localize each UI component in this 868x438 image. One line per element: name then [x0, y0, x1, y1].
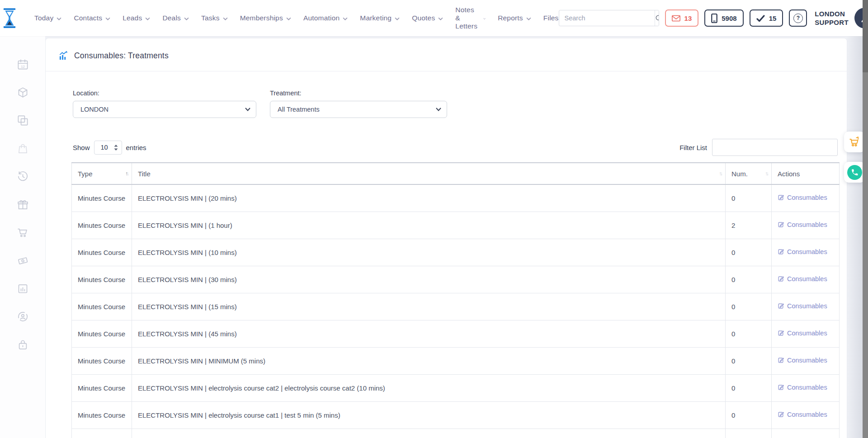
page-title: Consumables: Treatments	[74, 51, 169, 61]
cell-actions: Consumables	[772, 429, 840, 438]
nav-item-files[interactable]: Files	[543, 14, 559, 22]
consumables-action-link[interactable]: Consumables	[778, 357, 827, 364]
consumables-action-link[interactable]: Consumables	[778, 275, 827, 283]
cell-type: Minutes Course	[72, 293, 132, 320]
edit-icon	[778, 276, 784, 282]
treatment-select[interactable]: All Treatments	[270, 101, 447, 118]
table-row: Minutes Course ELECTROLYSIS MIN | electr…	[72, 374, 840, 401]
action-consumables-link-label: Consumables	[787, 221, 827, 228]
cell-type: Minutes Course	[72, 320, 132, 347]
cell-type: Minutes Course	[72, 374, 132, 401]
action-consumables-link-label: Consumables	[787, 330, 827, 337]
nav-item-memberships[interactable]: Memberships	[240, 14, 291, 22]
calls-badge[interactable]: 5908	[704, 9, 743, 27]
nav-item-tasks[interactable]: Tasks	[201, 14, 228, 22]
page-size-select[interactable]: 10	[94, 141, 122, 155]
cell-type: Minutes Course	[72, 212, 132, 239]
edit-icon	[778, 303, 784, 309]
cell-num: 0	[726, 347, 772, 374]
column-header-type[interactable]: Type ↑↓	[72, 163, 132, 184]
edit-icon	[778, 411, 784, 418]
consumables-action-link[interactable]: Consumables	[778, 384, 827, 391]
action-consumables-link-label: Consumables	[787, 248, 827, 255]
sidebar-item-pages[interactable]	[17, 114, 29, 127]
table-row: Minutes Course ELECTROLYSIS MIN | (10 mi…	[72, 239, 840, 266]
table-wrap: Type ↑↓ Title ↑↓ Num. ↑↓ Actions	[46, 162, 847, 438]
sidebar-item-security[interactable]	[17, 339, 29, 351]
messages-badge[interactable]: 13	[665, 9, 699, 27]
filter-list: Filter List	[679, 139, 838, 156]
chevron-down-icon	[395, 17, 400, 20]
nav-item-label: Tasks	[201, 14, 220, 22]
sidebar-item-products[interactable]	[17, 86, 29, 99]
calendar-12-icon: 12	[17, 58, 29, 71]
user-name-line2: SUPPORT	[815, 18, 849, 27]
entries-label: entries	[126, 144, 146, 151]
svg-text:12: 12	[21, 65, 25, 69]
edit-icon	[778, 357, 784, 363]
scrollbar[interactable]	[863, 0, 868, 438]
sidebar-item-support[interactable]	[17, 311, 29, 323]
nav-item-contacts[interactable]: Contacts	[74, 14, 110, 22]
consumables-action-link[interactable]: Consumables	[778, 248, 827, 255]
sidebar-item-reports[interactable]	[17, 283, 29, 295]
nav-item-reports[interactable]: Reports	[498, 14, 531, 22]
sidebar-item-shop[interactable]	[17, 142, 29, 155]
cell-actions: Consumables	[772, 347, 840, 374]
nav-item-label: Notes & Letters	[455, 6, 480, 30]
floating-phone-button[interactable]	[844, 162, 865, 183]
phone-circle	[847, 165, 862, 180]
search-input[interactable]	[559, 10, 655, 26]
cell-actions: Consumables	[772, 401, 840, 429]
nav-item-label: Leads	[123, 14, 142, 22]
cart-icon	[17, 226, 29, 239]
cell-actions: Consumables	[772, 320, 840, 347]
cell-actions: Consumables	[772, 374, 840, 401]
consumables-action-link[interactable]: Consumables	[778, 302, 827, 310]
help-button[interactable]: ?	[789, 9, 807, 27]
sidebar-item-pricing[interactable]	[17, 254, 29, 267]
floating-cart-button[interactable]	[844, 132, 865, 152]
tasks-badge[interactable]: 15	[750, 9, 783, 27]
mobile-phone-icon	[711, 14, 717, 23]
treatment-label: Treatment:	[270, 89, 447, 97]
nav-item-marketing[interactable]: Marketing	[360, 14, 400, 22]
nav-item-quotes[interactable]: Quotes	[412, 14, 443, 22]
nav-item-automation[interactable]: Automation	[303, 14, 348, 22]
consumables-action-link[interactable]: Consumables	[778, 221, 827, 228]
chevron-down-icon	[184, 17, 189, 20]
nav-item-leads[interactable]: Leads	[123, 14, 150, 22]
sidebar-item-calendar[interactable]: 12	[17, 58, 29, 71]
consumables-action-link[interactable]: Consumables	[778, 330, 827, 337]
sidebar-item-gifts[interactable]	[17, 198, 29, 211]
app-logo[interactable]	[0, 7, 19, 29]
location-select[interactable]: LONDON	[73, 101, 256, 118]
phone-icon	[851, 169, 859, 176]
nav-item-notes-letters[interactable]: Notes & Letters	[455, 6, 486, 30]
consumables-action-link[interactable]: Consumables	[778, 411, 827, 418]
location-filter: Location: LONDON	[73, 89, 256, 118]
sidebar-item-history[interactable]	[17, 170, 29, 183]
gift-icon	[17, 198, 29, 211]
nav-item-deals[interactable]: Deals	[162, 14, 189, 22]
column-header-title[interactable]: Title ↑↓	[132, 163, 726, 184]
sidebar-item-sales[interactable]	[17, 226, 29, 239]
nav-item-today[interactable]: Today	[34, 14, 61, 22]
hourglass-logo-icon	[0, 7, 19, 29]
user-name[interactable]: LONDON SUPPORT	[815, 9, 849, 27]
lock-icon	[17, 339, 29, 351]
consumables-action-link[interactable]: Consumables	[778, 194, 827, 201]
shopping-bag-icon	[17, 142, 29, 155]
scrollbar-thumb[interactable]	[863, 0, 868, 72]
cell-num: 0	[726, 293, 772, 320]
topbar: Today Contacts Leads Deals Tasks Members…	[0, 0, 868, 36]
action-consumables-link-label: Consumables	[787, 384, 827, 391]
cell-actions: Consumables	[772, 266, 840, 293]
column-header-num[interactable]: Num. ↑↓	[726, 163, 772, 184]
search-button[interactable]	[655, 10, 659, 26]
history-icon	[17, 170, 29, 183]
chevron-down-icon	[105, 17, 110, 20]
filter-list-input[interactable]	[712, 139, 838, 156]
cell-title: ELECTROLYSIS MIN | (45 mins)	[132, 320, 726, 347]
user-name-line1: LONDON	[815, 9, 849, 19]
